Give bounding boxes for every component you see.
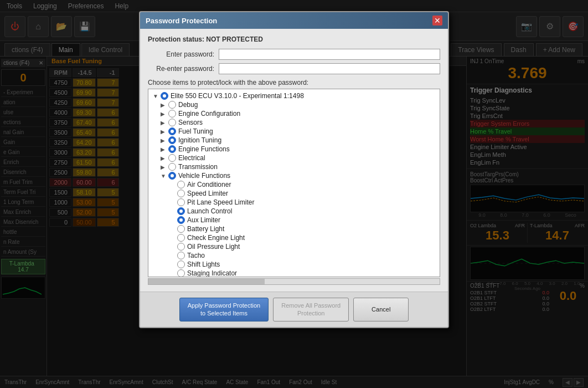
dialog-footer: Apply Password Protection to Selected It… xyxy=(140,292,448,327)
tree-label-sensors: Sensors xyxy=(178,119,203,126)
tree-label-fuel-tuning: Fuel Tuning xyxy=(178,127,213,135)
tree-label-vehicle-functions: Vehicle Functions xyxy=(178,172,230,180)
tree-item-speed-limiter[interactable]: Speed Limiter xyxy=(151,189,437,198)
tree-item-engine-config[interactable]: ▶ Engine Configuration xyxy=(151,109,437,118)
dialog-titlebar: Password Protection ✕ xyxy=(140,12,448,29)
tree-item-staging[interactable]: Staging Indicator xyxy=(151,269,437,277)
tree-label-engine-config: Engine Configuration xyxy=(178,110,240,118)
reenter-password-input[interactable] xyxy=(219,63,440,74)
tree-cb-electrical[interactable] xyxy=(168,154,176,162)
tree-cb-transmission[interactable] xyxy=(168,163,176,171)
tree-item-air-conditioner[interactable]: Air Conditioner xyxy=(151,180,437,189)
tree-label-debug: Debug xyxy=(178,101,198,109)
tree-item-sensors[interactable]: ▶ Sensors xyxy=(151,118,437,127)
tree-expand-ignition-tuning[interactable]: ▶ xyxy=(161,137,168,144)
tree-label-check-engine: Check Engine Light xyxy=(187,234,245,242)
tree-expand-electrical[interactable]: ▶ xyxy=(161,155,168,161)
tree-expand-root[interactable]: ▼ xyxy=(153,93,161,99)
remove-password-button[interactable]: Remove All Password Protection xyxy=(273,298,349,321)
tree-cb-root[interactable] xyxy=(161,92,168,100)
tree-cb-fuel-tuning[interactable] xyxy=(168,127,176,135)
tree-item-ignition-tuning[interactable]: ▶ Ignition Tuning xyxy=(151,136,437,145)
tree-root-item[interactable]: ▼ Elite 550 ECU V3.10.0 - Experimental 1… xyxy=(151,91,437,100)
tree-cb-speed-limiter[interactable] xyxy=(177,190,185,197)
tree-item-electrical[interactable]: ▶ Electrical xyxy=(151,154,437,162)
tree-item-fuel-tuning[interactable]: ▶ Fuel Tuning xyxy=(151,127,437,136)
tree-root-label: Elite 550 ECU V3.10.0 - Experimental 1:1… xyxy=(171,92,304,100)
tree-item-check-engine[interactable]: Check Engine Light xyxy=(151,233,437,242)
tree-item-transmission[interactable]: ▶ Transmission xyxy=(151,162,437,171)
tree-label-staging: Staging Indicator xyxy=(187,269,237,277)
password-dialog: Password Protection ✕ Protection status:… xyxy=(139,11,449,328)
tree-cb-shift-lights[interactable] xyxy=(177,261,185,268)
tree-cb-pit-lane[interactable] xyxy=(177,198,185,206)
tree-item-aux-limiter[interactable]: Aux Limiter xyxy=(151,216,437,224)
tree-expand-sensors[interactable]: ▶ xyxy=(161,120,168,126)
tree-cb-staging[interactable] xyxy=(177,269,185,277)
tree-label-ignition-tuning: Ignition Tuning xyxy=(178,136,221,144)
tree-item-battery-light[interactable]: Battery Light xyxy=(151,224,437,233)
tree-label-aux-limiter: Aux Limiter xyxy=(187,216,220,224)
tree-expand-engine-config[interactable]: ▶ xyxy=(161,111,168,117)
tree-label-engine-functions: Engine Functions xyxy=(178,145,230,153)
dialog-close-button[interactable]: ✕ xyxy=(432,16,442,25)
horizontal-scrollbar[interactable] xyxy=(148,278,440,285)
protection-status: Protection status: NOT PROTECTED xyxy=(148,35,440,43)
tree-expand-vehicle-functions[interactable]: ▼ xyxy=(161,173,168,179)
dialog-title: Password Protection xyxy=(146,17,217,25)
tree-label-launch-control: Launch Control xyxy=(187,207,232,215)
cancel-button[interactable]: Cancel xyxy=(353,298,409,321)
tree-cb-aux-limiter[interactable] xyxy=(177,216,185,224)
tree-cb-vehicle-functions[interactable] xyxy=(168,172,176,180)
tree-expand-debug[interactable]: ▶ xyxy=(161,102,168,108)
tree-cb-tacho[interactable] xyxy=(177,252,185,259)
dialog-body: Protection status: NOT PROTECTED Enter p… xyxy=(140,29,448,292)
tree-cb-sensors[interactable] xyxy=(168,119,176,126)
tree-item-vehicle-functions[interactable]: ▼ Vehicle Functions xyxy=(151,171,437,180)
tree-cb-ignition-tuning[interactable] xyxy=(168,136,176,144)
tree-cb-engine-functions[interactable] xyxy=(168,145,176,153)
tree-label-speed-limiter: Speed Limiter xyxy=(187,190,228,197)
tree-cb-battery-light[interactable] xyxy=(177,225,185,233)
tree-cb-launch-control[interactable] xyxy=(177,207,185,215)
tree-label-oil-pressure: Oil Pressure Light xyxy=(187,243,240,251)
tree-item-engine-functions[interactable]: ▶ Engine Functions xyxy=(151,145,437,154)
tree-expand-transmission[interactable]: ▶ xyxy=(161,164,168,170)
tree-label-transmission: Transmission xyxy=(178,163,218,171)
apply-password-button[interactable]: Apply Password Protection to Selected It… xyxy=(179,298,269,321)
tree-item-debug[interactable]: ▶ Debug xyxy=(151,100,437,109)
tree-label-battery-light: Battery Light xyxy=(187,225,224,233)
tree-item-pit-lane[interactable]: Pit Lane Speed Limiter xyxy=(151,198,437,207)
tree-item-oil-pressure[interactable]: Oil Pressure Light xyxy=(151,242,437,251)
reenter-password-row: Re-enter password: xyxy=(148,63,440,74)
tree-cb-engine-config[interactable] xyxy=(168,110,176,118)
enter-password-label: Enter password: xyxy=(148,50,214,58)
tree-label-tacho: Tacho xyxy=(187,252,205,259)
tree-label-electrical: Electrical xyxy=(178,154,205,162)
tree-label-pit-lane: Pit Lane Speed Limiter xyxy=(187,198,254,206)
tree-item-shift-lights[interactable]: Shift Lights xyxy=(151,260,437,269)
tree-container[interactable]: ▼ Elite 550 ECU V3.10.0 - Experimental 1… xyxy=(148,89,440,277)
tree-label-shift-lights: Shift Lights xyxy=(187,261,220,268)
tree-label-air-conditioner: Air Conditioner xyxy=(187,181,231,188)
enter-password-row: Enter password: xyxy=(148,49,440,60)
tree-item-tacho[interactable]: Tacho xyxy=(151,251,437,260)
tree-expand-fuel-tuning[interactable]: ▶ xyxy=(161,129,168,135)
tree-cb-oil-pressure[interactable] xyxy=(177,243,185,251)
tree-cb-debug[interactable] xyxy=(168,101,176,109)
reenter-password-label: Re-enter password: xyxy=(148,65,214,73)
choose-items-label: Choose items to protect/lock with the ab… xyxy=(148,79,440,86)
tree-item-launch-control[interactable]: Launch Control xyxy=(151,207,437,216)
dialog-overlay: Password Protection ✕ Protection status:… xyxy=(0,0,588,388)
tree-cb-check-engine[interactable] xyxy=(177,234,185,242)
enter-password-input[interactable] xyxy=(219,49,440,60)
tree-cb-air-conditioner[interactable] xyxy=(177,181,185,188)
tree-expand-engine-functions[interactable]: ▶ xyxy=(161,146,168,152)
